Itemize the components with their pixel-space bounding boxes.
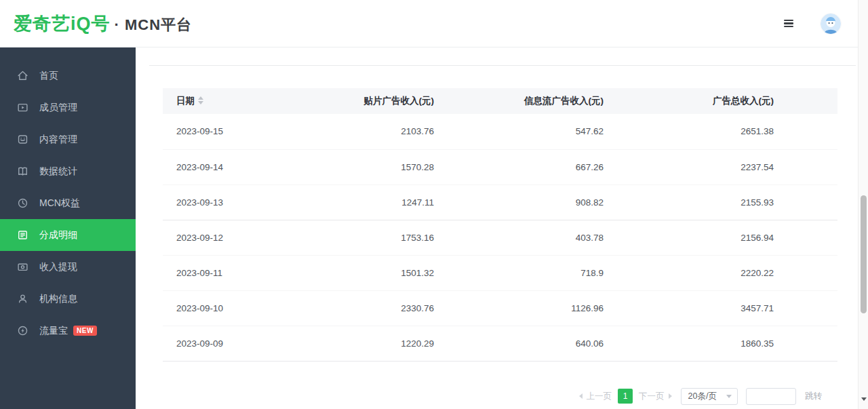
revenue-cell: 3457.71 — [610, 290, 837, 326]
revenue-cell: 2156.94 — [610, 220, 837, 255]
column-header-3: 广告总收入(元) — [610, 88, 837, 114]
revenue-cell: 640.06 — [441, 326, 610, 361]
sidebar-item-clock[interactable]: MCN权益 — [0, 187, 136, 219]
revenue-cell: 547.62 — [441, 114, 610, 149]
table-row: 2023-09-121753.16403.782156.94 — [163, 220, 837, 255]
menu-icon[interactable] — [781, 17, 796, 31]
revenue-cell: 2155.93 — [610, 184, 837, 220]
main-content: 日期贴片广告收入(元)信息流广告收入(元)广告总收入(元) 2023-09-15… — [136, 47, 868, 409]
table-row: 2023-09-141570.28667.262237.54 — [163, 149, 837, 184]
org-icon — [17, 293, 28, 305]
page-size-value: 20条/页 — [688, 391, 717, 402]
page-scrollbar[interactable] — [858, 0, 868, 409]
sidebar-item-revenue-detail[interactable]: 分成明细 — [0, 219, 136, 251]
next-arrow-icon — [669, 393, 672, 399]
chevron-down-icon — [726, 395, 732, 398]
logo-platform-text: · MCN平台 — [115, 15, 193, 35]
sidebar-item-label: 成员管理 — [39, 102, 77, 114]
logo-brand-text: 爱奇艺iQ号 — [14, 12, 111, 36]
sidebar: 首页 成员管理 内容管理 数据统计 MCN权益 分成明细 收入提现 机构信息 流… — [0, 47, 136, 409]
revenue-cell: 2237.54 — [610, 149, 837, 184]
traffic-icon — [17, 325, 28, 336]
revenue-cell: 718.9 — [441, 255, 610, 290]
scrollbar-thumb[interactable] — [861, 195, 867, 313]
revenue-cell: 908.82 — [441, 184, 610, 220]
sidebar-item-stats[interactable]: 数据统计 — [0, 155, 136, 187]
table-header-row: 日期贴片广告收入(元)信息流广告收入(元)广告总收入(元) — [163, 88, 837, 114]
table-row: 2023-09-102330.761126.963457.71 — [163, 290, 837, 326]
revenue-cell: 1753.16 — [278, 220, 441, 255]
date-cell: 2023-09-10 — [163, 290, 278, 326]
jump-label: 跳转 — [805, 391, 822, 402]
sidebar-item-label: 内容管理 — [39, 134, 77, 146]
sidebar-item-home[interactable]: 首页 — [0, 60, 136, 92]
date-cell: 2023-09-11 — [163, 255, 278, 290]
revenue-cell: 2651.38 — [610, 114, 837, 149]
sort-caret-icon[interactable] — [198, 96, 203, 104]
revenue-cell: 403.78 — [441, 220, 610, 255]
withdraw-icon — [17, 261, 28, 273]
sidebar-item-content[interactable]: 内容管理 — [0, 123, 136, 155]
revenue-cell: 2220.22 — [610, 255, 837, 290]
pagination: 上一页 1 下一页 20条/页 跳转 — [136, 388, 868, 405]
table-row: 2023-09-131247.11908.822155.93 — [163, 184, 837, 220]
top-header: 爱奇艺iQ号 · MCN平台 — [0, 0, 868, 47]
sidebar-item-withdraw[interactable]: 收入提现 — [0, 251, 136, 283]
table-row: 2023-09-152103.76547.622651.38 — [163, 114, 837, 149]
prev-page-button[interactable]: 上一页 — [579, 389, 612, 404]
jump-page-input[interactable] — [746, 388, 796, 405]
sidebar-item-label: 收入提现 — [39, 261, 77, 273]
prev-page-label: 上一页 — [587, 391, 612, 402]
date-cell: 2023-09-15 — [163, 114, 278, 149]
date-cell: 2023-09-14 — [163, 149, 278, 184]
revenue-cell: 1126.96 — [441, 290, 610, 326]
page-size-select[interactable]: 20条/页 — [681, 388, 738, 405]
scrollbar-down-arrow-icon[interactable] — [861, 397, 867, 401]
prev-arrow-icon — [579, 393, 583, 399]
column-header-0[interactable]: 日期 — [163, 88, 278, 114]
sidebar-item-traffic[interactable]: 流量宝 NEW — [0, 315, 136, 347]
revenue-cell: 1570.28 — [278, 149, 441, 184]
date-cell: 2023-09-13 — [163, 184, 278, 220]
next-page-label: 下一页 — [639, 391, 665, 402]
new-badge: NEW — [73, 326, 97, 336]
sidebar-item-label: 机构信息 — [39, 293, 77, 305]
sidebar-item-label: 分成明细 — [39, 229, 77, 241]
column-header-2: 信息流广告收入(元) — [441, 88, 610, 114]
revenue-table-card: 日期贴片广告收入(元)信息流广告收入(元)广告总收入(元) 2023-09-15… — [163, 88, 837, 362]
members-icon — [17, 102, 28, 113]
revenue-cell: 1860.35 — [610, 326, 837, 361]
sidebar-item-label: MCN权益 — [39, 197, 80, 210]
revenue-cell: 1501.32 — [278, 255, 441, 290]
content-icon — [17, 134, 28, 145]
user-avatar[interactable] — [821, 14, 841, 34]
sidebar-item-org[interactable]: 机构信息 — [0, 283, 136, 315]
revenue-detail-icon — [17, 229, 28, 241]
app-logo: 爱奇艺iQ号 · MCN平台 — [14, 12, 192, 36]
sidebar-item-label: 流量宝 — [39, 325, 68, 337]
table-row: 2023-09-091220.29640.061860.35 — [163, 326, 837, 361]
sidebar-item-members[interactable]: 成员管理 — [0, 92, 136, 123]
revenue-cell: 667.26 — [441, 149, 610, 184]
table-body: 2023-09-152103.76547.622651.382023-09-14… — [163, 114, 837, 361]
stats-icon — [17, 165, 28, 177]
revenue-table: 日期贴片广告收入(元)信息流广告收入(元)广告总收入(元) 2023-09-15… — [163, 88, 837, 362]
revenue-cell: 1247.11 — [278, 184, 441, 220]
table-row: 2023-09-111501.32718.92220.22 — [163, 255, 837, 290]
column-header-1: 贴片广告收入(元) — [278, 88, 441, 114]
date-cell: 2023-09-12 — [163, 220, 278, 255]
date-cell: 2023-09-09 — [163, 326, 278, 361]
avatar-icon — [821, 14, 841, 34]
clock-icon — [17, 197, 28, 209]
revenue-cell: 2103.76 — [278, 114, 441, 149]
content-divider — [149, 65, 856, 66]
page-number-button[interactable]: 1 — [618, 389, 633, 404]
sidebar-item-label: 数据统计 — [39, 165, 77, 178]
revenue-cell: 1220.29 — [278, 326, 441, 361]
home-icon — [17, 70, 28, 81]
revenue-cell: 2330.76 — [278, 290, 441, 326]
next-page-button[interactable]: 下一页 — [639, 389, 672, 404]
sidebar-item-label: 首页 — [39, 70, 58, 82]
